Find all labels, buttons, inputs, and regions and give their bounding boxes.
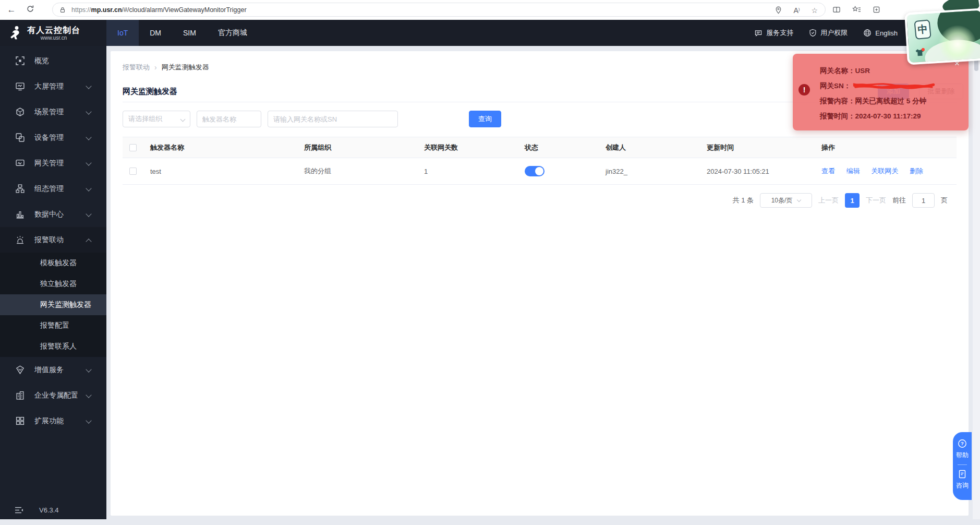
page-size-select[interactable]: 10条/页	[760, 193, 812, 208]
lock-icon[interactable]	[59, 6, 66, 14]
sidebar-item-independent-trigger[interactable]: 独立触发器	[0, 273, 106, 294]
alarm-notification: ! 网关名称：USR 网关SN： 报警内容：网关已离线超过 5 分钟 报警时间：…	[793, 54, 969, 130]
row-checkbox[interactable]	[129, 168, 137, 175]
current-page-button[interactable]: 1	[845, 193, 860, 208]
value-added-icon	[16, 365, 25, 374]
help-icon[interactable]: ?	[958, 439, 967, 448]
globe-icon	[863, 29, 872, 37]
sidebar-item-topology-mgmt[interactable]: 组态管理	[0, 176, 106, 201]
trigger-name-input[interactable]	[197, 111, 261, 127]
sidebar-item-value-added[interactable]: 增值服务	[0, 357, 106, 383]
cell-org: 我的分组	[297, 158, 417, 185]
alarm-content: 报警内容：网关已离线超过 5 分钟	[820, 93, 935, 109]
sidebar-item-enterprise-config[interactable]: 企业专属配置	[0, 383, 106, 408]
sidebar-item-gateway-mgmt[interactable]: 网关管理	[0, 150, 106, 176]
sidebar-item-alarm-config[interactable]: 报警配置	[0, 315, 106, 336]
page-title: 网关监测触发器	[123, 87, 177, 97]
tab-official-store[interactable]: 官方商城	[207, 20, 258, 46]
sidebar-item-alarm-contacts[interactable]: 报警联系人	[0, 336, 106, 357]
collapse-sidebar-icon[interactable]	[15, 506, 23, 514]
col-actions: 操作	[815, 137, 957, 158]
scrollbar-track[interactable]	[973, 46, 980, 519]
consult-label[interactable]: 咨询	[956, 481, 969, 490]
device-icon	[16, 133, 25, 142]
col-updated: 更新时间	[700, 137, 815, 158]
pagination: 共 1 条 10条/页 上一页 1 下一页 前往 页	[733, 193, 948, 208]
overview-icon	[16, 56, 25, 65]
chevron-down-icon	[86, 211, 91, 217]
shirt-icon	[914, 47, 926, 58]
gateway-search-input[interactable]	[268, 111, 398, 127]
org-select[interactable]: 请选择组织	[123, 111, 190, 127]
tab-iot[interactable]: IoT	[106, 20, 139, 46]
favorite-star-icon[interactable]: ☆	[811, 6, 818, 15]
cell-updated: 2024-07-30 11:05:21	[700, 158, 815, 185]
consult-doc-icon[interactable]	[958, 470, 966, 479]
sidebar-item-device-mgmt[interactable]: 设备管理	[0, 125, 106, 150]
chevron-up-icon	[86, 238, 91, 244]
chevron-down-icon	[86, 366, 91, 372]
sidebar-item-data-center[interactable]: 数据中心	[0, 201, 106, 227]
url-bar[interactable]: https://mp.usr.cn/#/cloud/alarm/ViewGate…	[52, 3, 826, 17]
prev-page-button[interactable]: 上一页	[818, 196, 839, 205]
game-promo-badge[interactable]: 中	[904, 0, 980, 65]
bar-chart-icon	[16, 210, 25, 219]
service-support[interactable]: 服务支持	[754, 28, 793, 38]
delete-link[interactable]: 删除	[910, 167, 923, 175]
query-button[interactable]: 查询	[469, 111, 501, 127]
read-aloud-icon[interactable]: A)	[793, 6, 800, 15]
chevron-down-icon	[86, 392, 91, 398]
goto-page-input[interactable]	[912, 193, 935, 208]
scene-cube-icon	[16, 108, 25, 116]
collections-icon[interactable]	[873, 6, 880, 14]
cell-creator: jin322_	[599, 158, 700, 185]
link-gateway-link[interactable]: 关联网关	[871, 167, 898, 175]
redacted-sn-scribble	[853, 81, 935, 89]
favorites-bar-icon[interactable]	[852, 6, 861, 14]
browser-chrome: ← https://mp.usr.cn/#/cloud/alarm/ViewGa…	[0, 0, 980, 20]
refresh-icon	[26, 5, 34, 13]
sidebar-item-alarm-linkage[interactable]: 报警联动	[0, 227, 106, 253]
chevron-down-icon	[86, 417, 91, 423]
browser-back-button[interactable]: ←	[6, 5, 17, 15]
chevron-down-icon	[86, 134, 91, 140]
table-row: test 我的分组 1 jin322_ 2024-07-30 11:05:21 …	[123, 158, 957, 185]
help-label[interactable]: 帮助	[956, 451, 969, 460]
status-toggle[interactable]	[525, 166, 545, 176]
chevron-down-icon	[180, 117, 186, 122]
tab-sim[interactable]: SIM	[172, 20, 207, 46]
floating-help-widget: ? 帮助 咨询	[953, 432, 972, 500]
next-page-button[interactable]: 下一页	[866, 196, 886, 205]
sidebar-item-overview[interactable]: 概览	[0, 48, 106, 74]
shield-icon	[809, 29, 817, 37]
building-icon	[16, 391, 25, 400]
app-subtitle: www.usr.cn	[41, 35, 67, 41]
col-gateway-count: 关联网关数	[417, 137, 518, 158]
cell-gateway-count: 1	[417, 158, 518, 185]
sidebar-item-gateway-monitor-trigger[interactable]: 网关监测触发器	[0, 294, 106, 315]
split-screen-icon[interactable]	[832, 6, 841, 14]
tab-dm[interactable]: DM	[139, 20, 172, 46]
sidebar-item-extensions[interactable]: 扩展功能	[0, 408, 106, 434]
goto-suffix-label: 页	[941, 196, 948, 205]
sidebar-item-scene-mgmt[interactable]: 场景管理	[0, 99, 106, 125]
breadcrumb-parent[interactable]: 报警联动	[123, 63, 150, 72]
sidebar-item-template-trigger[interactable]: 模板触发器	[0, 253, 106, 273]
breadcrumb-current: 网关监测触发器	[162, 63, 209, 72]
browser-refresh-button[interactable]	[26, 5, 37, 15]
col-status: 状态	[518, 137, 599, 158]
table-header-row: 触发器名称 所属组织 关联网关数 状态 创建人 更新时间 操作	[123, 137, 957, 158]
language-switch[interactable]: English	[863, 29, 898, 37]
location-icon[interactable]	[775, 6, 782, 14]
logo[interactable]: 有人云控制台 www.usr.cn	[0, 20, 106, 46]
select-all-checkbox[interactable]	[129, 144, 137, 151]
user-permissions[interactable]: 用户权限	[809, 28, 848, 38]
artwork-panel: 中	[904, 8, 980, 65]
error-icon: !	[798, 84, 810, 96]
app-title: 有人云控制台	[27, 25, 80, 35]
alarm-gateway-sn: 网关SN：	[820, 78, 935, 93]
sidebar-item-screen-mgmt[interactable]: 大屏管理	[0, 74, 106, 99]
app-header: 有人云控制台 www.usr.cn IoT DM SIM 官方商城 服务支持 用…	[0, 20, 980, 46]
view-link[interactable]: 查看	[821, 167, 835, 175]
edit-link[interactable]: 编辑	[846, 167, 860, 175]
